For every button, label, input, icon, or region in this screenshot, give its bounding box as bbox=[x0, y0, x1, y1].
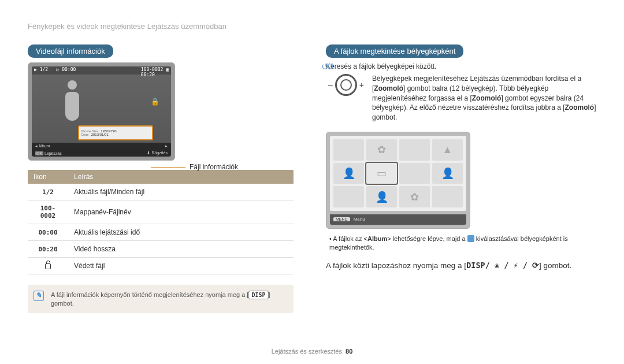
table-header-desc: Leírás bbox=[68, 170, 294, 184]
thumbnail: ✿ bbox=[399, 186, 430, 207]
table-row: Védett fájl bbox=[28, 258, 294, 274]
subtitle: Keresés a fájlok bélyegképei között. bbox=[326, 62, 596, 70]
lock-icon bbox=[45, 263, 51, 269]
zoom-instructions: Bélyegképek megjelenítéséhez Lejátszás ü… bbox=[372, 74, 596, 122]
disp-button-label: DISP bbox=[248, 291, 268, 299]
info-icon: ✎ bbox=[34, 291, 44, 301]
table-row: 00:00Aktuális lejátszási idő bbox=[28, 224, 294, 241]
thumbnail-selected: ▭ bbox=[366, 163, 397, 184]
thumbnail-view-icon bbox=[467, 235, 474, 242]
lock-icon: 🔒 bbox=[151, 98, 159, 106]
section-header-videoinfo: Videofájl információk bbox=[28, 44, 113, 58]
nav-glyphs: DISP/ ❀ / ⚡ / ⟳ bbox=[466, 261, 539, 270]
video-counter: 1/2 bbox=[40, 67, 48, 72]
thumbnail: 👤 bbox=[366, 186, 397, 207]
icon-description-table: Ikon Leírás 1/2Aktuális fájl/Minden fájl… bbox=[28, 170, 294, 274]
thumbnail-grid-panel: ✿ ▲ 👤 ▭ 👤 👤 ✿ MENU Menü bbox=[326, 132, 470, 229]
video-preview-panel: ▶ 1/2 ▷ 00:00 100-0002 ▣00:20 🔒 Movie Si… bbox=[28, 62, 175, 161]
dial-icon bbox=[335, 74, 357, 96]
zoom-dial-diagram: ↺↺ – + bbox=[326, 74, 366, 96]
table-row: 1/2Aktuális fájl/Minden fájl bbox=[28, 184, 294, 200]
rotate-arrows-icon: ↺↺ bbox=[321, 61, 332, 72]
navigation-instruction: A fájlok közti lapozáshoz nyomja meg a [… bbox=[326, 261, 596, 270]
callout-label: Fájl információk bbox=[190, 163, 238, 171]
section-header-thumbnails: A fájlok megtekintése bélyegképként bbox=[326, 44, 463, 58]
thumbnail bbox=[399, 139, 430, 161]
table-row: 100-0002Mappanév-Fájlnév bbox=[28, 200, 294, 224]
thumbnail bbox=[333, 186, 364, 207]
table-row: 00:20Videó hossza bbox=[28, 241, 294, 258]
thumbnail bbox=[333, 139, 364, 161]
thumbnail bbox=[399, 163, 430, 184]
menu-chip: MENU bbox=[333, 217, 350, 221]
page-footer: Lejátszás és szerkesztés 80 bbox=[0, 348, 624, 355]
thumbnail: ▲ bbox=[432, 139, 463, 161]
thumbnail: 👤 bbox=[432, 163, 463, 184]
callout-line bbox=[151, 167, 185, 168]
album-thumbnail-note: • A fájlok az <Album> lehetőségre lépve,… bbox=[329, 235, 596, 252]
info-note: ✎ A fájl információk képernyőn történő m… bbox=[28, 285, 294, 313]
thumbnail: ✿ bbox=[366, 139, 397, 161]
thumbnail: 👤 bbox=[333, 163, 364, 184]
file-info-overlay: Movie Size 1280X720 Date 2013/01/01 bbox=[78, 125, 153, 140]
video-thumbnail-silhouette bbox=[55, 80, 90, 132]
table-header-icon: Ikon bbox=[28, 170, 68, 184]
menu-label: Menü bbox=[354, 217, 365, 222]
thumbnail bbox=[432, 186, 463, 207]
breadcrumb: Fényképek és videók megtekintése Lejátsz… bbox=[28, 22, 596, 31]
